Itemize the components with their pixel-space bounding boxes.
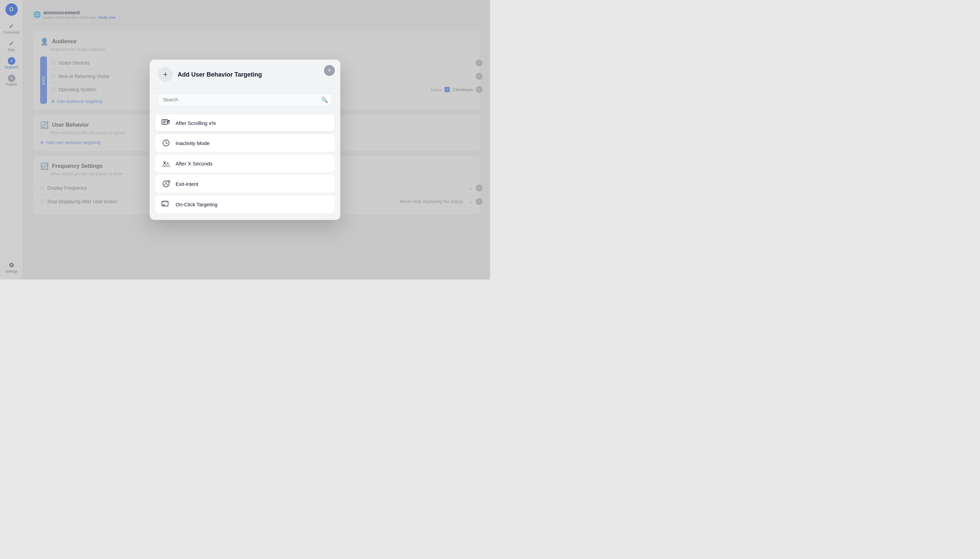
modal-title: Add User Behavior Targeting <box>178 71 262 78</box>
exit-intent-label: Exit-intent <box>176 181 198 187</box>
after-x-seconds-label: After X Seconds <box>176 161 212 167</box>
modal-item-inactivity-mode[interactable]: Inactivity Mode <box>155 134 335 152</box>
search-input[interactable] <box>158 93 332 106</box>
modal-item-after-scrolling[interactable]: After Scrolling x% <box>155 114 335 131</box>
scroll-icon <box>161 119 171 127</box>
modal-items-list: After Scrolling x% Inactivity Mode X <box>150 111 340 220</box>
modal-search-area: 🔍 <box>150 89 340 111</box>
clock-icon <box>161 139 171 147</box>
modal-item-after-x-seconds[interactable]: X A After X Seconds <box>155 155 335 172</box>
modal: + Add User Behavior Targeting × 🔍 <box>150 60 340 220</box>
svg-point-12 <box>163 181 169 187</box>
svg-rect-15 <box>162 201 168 203</box>
svg-line-8 <box>166 143 167 144</box>
plus-icon-modal: + <box>163 70 168 79</box>
svg-text:A: A <box>167 161 169 165</box>
timer-icon: X A <box>161 159 171 167</box>
svg-rect-5 <box>168 120 170 122</box>
exit-icon <box>161 180 171 188</box>
close-icon: × <box>328 68 331 74</box>
click-icon <box>161 200 171 208</box>
after-scrolling-label: After Scrolling x% <box>176 120 216 126</box>
inactivity-mode-label: Inactivity Mode <box>176 140 210 146</box>
modal-header: + Add User Behavior Targeting × <box>150 60 340 89</box>
modal-header-icon: + <box>158 67 173 82</box>
modal-close-button[interactable]: × <box>324 65 335 76</box>
svg-text:X: X <box>163 160 167 166</box>
modal-item-on-click-targeting[interactable]: On-Click Targeting <box>155 195 335 213</box>
on-click-targeting-label: On-Click Targeting <box>176 202 218 207</box>
modal-overlay: + Add User Behavior Targeting × 🔍 <box>0 0 490 280</box>
svg-point-13 <box>166 182 167 183</box>
modal-item-exit-intent[interactable]: Exit-intent <box>155 175 335 193</box>
search-icon: 🔍 <box>321 97 328 103</box>
